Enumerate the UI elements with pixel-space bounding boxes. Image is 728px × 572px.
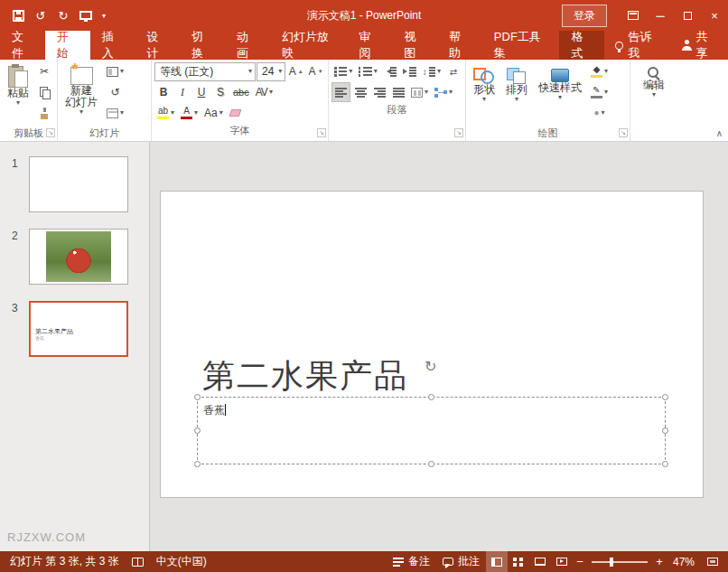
- tab-help[interactable]: 帮助: [437, 31, 482, 60]
- redo-button[interactable]: ↻: [52, 4, 74, 27]
- sign-in-button[interactable]: 登录: [562, 5, 607, 27]
- tab-home[interactable]: 开始: [45, 31, 90, 60]
- share-button[interactable]: 共享: [671, 31, 728, 60]
- slide-3-preview[interactable]: 第二水果产品 香蕉: [29, 301, 128, 357]
- tell-me-button[interactable]: 告诉我: [604, 31, 670, 60]
- zoom-in-button[interactable]: +: [652, 555, 667, 568]
- selection-handle[interactable]: [194, 394, 201, 400]
- shape-fill-button[interactable]: ◆▾: [588, 61, 611, 81]
- font-dialog-launcher[interactable]: ↘: [317, 128, 326, 137]
- underline-button[interactable]: U: [192, 82, 210, 102]
- tab-transitions[interactable]: 切换: [180, 31, 225, 60]
- quick-styles-button[interactable]: 快速样式 ▾: [534, 61, 586, 102]
- justify-button[interactable]: [389, 82, 407, 102]
- selection-handle[interactable]: [428, 394, 434, 400]
- bullets-button[interactable]: ▾: [331, 61, 355, 81]
- reset-slide-button[interactable]: ↺: [104, 82, 126, 102]
- bold-button[interactable]: B: [154, 82, 173, 102]
- tab-insert[interactable]: 插入: [90, 31, 135, 60]
- character-spacing-button[interactable]: AV▾: [253, 82, 275, 102]
- section-button[interactable]: ▾: [104, 103, 126, 123]
- text-shadow-button[interactable]: S: [211, 82, 229, 102]
- ribbon-display-options-button[interactable]: [620, 0, 647, 31]
- save-button[interactable]: [7, 4, 29, 27]
- text-box-content[interactable]: 香蕉: [203, 403, 226, 418]
- text-highlight-color-button[interactable]: ab ▾: [154, 103, 177, 123]
- align-center-button[interactable]: [351, 82, 369, 102]
- increase-indent-button[interactable]: [400, 61, 419, 81]
- convert-to-smartart-button[interactable]: ▾: [432, 82, 455, 102]
- slide-2-preview[interactable]: [29, 229, 128, 285]
- paste-button[interactable]: 粘贴 ▾: [3, 61, 33, 108]
- paragraph-dialog-launcher[interactable]: ↘: [454, 128, 463, 137]
- slide-sorter-view-button[interactable]: [508, 551, 529, 572]
- text-direction-button[interactable]: ⇄: [444, 61, 462, 81]
- close-button[interactable]: ×: [701, 0, 728, 31]
- strikethrough-button[interactable]: abc: [230, 82, 252, 102]
- shrink-font-button[interactable]: A▼: [306, 61, 325, 81]
- minimize-button[interactable]: ─: [647, 0, 674, 31]
- zoom-out-button[interactable]: −: [573, 555, 587, 568]
- slide-thumbnail-2[interactable]: 2: [0, 229, 149, 285]
- fit-slide-to-window-button[interactable]: [701, 551, 724, 572]
- font-color-button[interactable]: A ▾: [178, 103, 201, 123]
- selection-handle[interactable]: [662, 461, 668, 467]
- tab-format[interactable]: 格式: [559, 31, 604, 60]
- selection-handle[interactable]: [662, 394, 668, 400]
- slide-editing-surface[interactable]: 第二水果产品 ↻ 香蕉: [161, 192, 703, 497]
- tab-slide-show[interactable]: 幻灯片放映: [270, 31, 348, 60]
- selection-handle[interactable]: [428, 461, 434, 467]
- copy-button[interactable]: [35, 82, 53, 102]
- selection-handle[interactable]: [194, 461, 201, 467]
- tab-animations[interactable]: 动画: [225, 31, 270, 60]
- maximize-button[interactable]: [674, 0, 701, 31]
- decrease-indent-button[interactable]: [381, 61, 400, 81]
- shape-effects-button[interactable]: ●▾: [588, 103, 611, 123]
- slide-layout-button[interactable]: ▾: [104, 61, 126, 81]
- new-slide-button[interactable]: 新建 幻灯片 ▾: [61, 61, 102, 117]
- font-name-combo[interactable]: 等线 (正文) ▾: [154, 62, 256, 81]
- grow-font-button[interactable]: A▲: [286, 61, 305, 81]
- align-left-button[interactable]: [331, 82, 350, 102]
- rotate-handle-icon[interactable]: ↻: [425, 358, 436, 375]
- normal-view-button[interactable]: [486, 551, 508, 572]
- shape-outline-button[interactable]: ✎▾: [588, 82, 611, 102]
- undo-button[interactable]: ↺: [30, 4, 51, 27]
- line-spacing-button[interactable]: ↕▾: [420, 61, 443, 81]
- zoom-percent[interactable]: 47%: [667, 551, 701, 572]
- notes-button[interactable]: 备注: [387, 551, 436, 572]
- align-right-button[interactable]: [370, 82, 388, 102]
- zoom-slider[interactable]: [592, 561, 648, 563]
- slide-indicator[interactable]: 幻灯片 第 3 张, 共 3 张: [4, 551, 126, 572]
- tab-design[interactable]: 设计: [135, 31, 180, 60]
- clipboard-dialog-launcher[interactable]: ↘: [46, 128, 55, 137]
- editing-button[interactable]: 编辑 ▾: [639, 61, 669, 99]
- tab-file[interactable]: 文件: [0, 31, 45, 60]
- numbering-button[interactable]: ▾: [356, 61, 379, 81]
- arrange-button[interactable]: 排列 ▾: [501, 61, 532, 104]
- slide-title-text[interactable]: 第二水果产品: [202, 354, 408, 399]
- tab-pdf-tools[interactable]: PDF工具集: [482, 31, 560, 60]
- font-size-combo[interactable]: 24 ▾: [257, 62, 285, 81]
- language-button[interactable]: 中文(中国): [150, 551, 213, 572]
- slide-thumbnail-3[interactable]: 3 第二水果产品 香蕉: [0, 301, 149, 357]
- start-slideshow-button[interactable]: [75, 4, 97, 27]
- clear-formatting-button[interactable]: [227, 103, 245, 123]
- tab-view[interactable]: 视图: [392, 31, 437, 60]
- collapse-ribbon-button[interactable]: ∧: [716, 128, 723, 138]
- cut-button[interactable]: ✂: [35, 61, 53, 81]
- selected-text-box[interactable]: 香蕉: [197, 397, 666, 464]
- slide-show-view-button[interactable]: [551, 551, 573, 572]
- spell-check-button[interactable]: [126, 551, 150, 572]
- reading-view-button[interactable]: [529, 551, 551, 572]
- selection-handle[interactable]: [662, 427, 668, 434]
- change-case-button[interactable]: Aa▾: [201, 103, 226, 123]
- format-painter-button[interactable]: [35, 103, 53, 123]
- slide-1-preview[interactable]: [29, 156, 128, 212]
- selection-handle[interactable]: [194, 427, 201, 434]
- columns-button[interactable]: ▾: [408, 82, 431, 102]
- tab-review[interactable]: 审阅: [347, 31, 392, 60]
- zoom-slider-thumb[interactable]: [610, 558, 613, 567]
- customize-qat-button[interactable]: ▾: [98, 4, 110, 27]
- slide-thumbnail-1[interactable]: 1: [0, 156, 149, 212]
